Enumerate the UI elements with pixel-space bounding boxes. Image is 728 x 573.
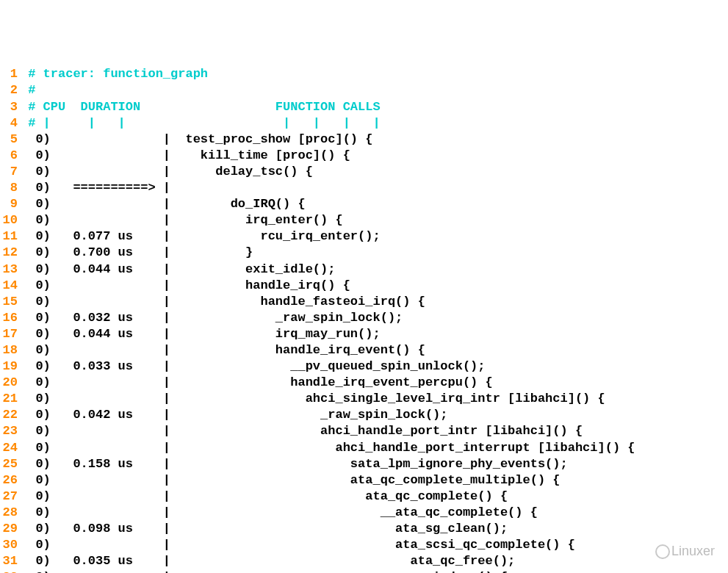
trace-line: 27 0) | ata_qc_complete() { — [0, 489, 728, 505]
line-number: 2 — [0, 82, 21, 98]
line-number: 3 — [0, 99, 21, 115]
line-number: 1 — [0, 66, 21, 82]
line-content: 0) | scsi_done() { — [21, 569, 508, 573]
line-content: 0) | ahci_handle_port_interrupt [libahci… — [21, 440, 635, 456]
trace-line: 21 0) | ahci_single_level_irq_intr [liba… — [0, 391, 728, 407]
line-content: 0) | do_IRQ() { — [21, 196, 306, 212]
line-content: 0) 0.044 us | irq_may_run(); — [21, 326, 381, 342]
line-number: 25 — [0, 456, 21, 472]
line-content: 0) 0.098 us | ata_sg_clean(); — [21, 521, 508, 537]
line-content: 0) | ahci_single_level_irq_intr [libahci… — [21, 391, 605, 407]
trace-line: 28 0) | __ata_qc_complete() { — [0, 505, 728, 521]
trace-line: 23 0) | ahci_handle_port_intr [libahci](… — [0, 423, 728, 439]
watermark-text: Linuxer — [671, 544, 715, 558]
line-content: 0) | handle_fasteoi_irq() { — [21, 294, 425, 310]
line-number: 10 — [0, 212, 21, 228]
line-content: 0) 0.042 us | _raw_spin_lock(); — [21, 407, 448, 423]
line-content: # tracer: function_graph — [21, 66, 208, 82]
trace-line: 19 0) 0.033 us | __pv_queued_spin_unlock… — [0, 358, 728, 375]
watermark: Linuxer — [648, 525, 715, 560]
line-content: # CPU DURATION FUNCTION CALLS — [21, 99, 381, 115]
trace-line: 14 0) | handle_irq() { — [0, 278, 728, 294]
line-content: # | | | | | | | — [21, 115, 381, 131]
trace-line: 3 # CPU DURATION FUNCTION CALLS — [0, 99, 728, 115]
trace-line: 31 0) 0.035 us | ata_qc_free(); — [0, 553, 728, 569]
line-content: 0) | handle_irq() { — [21, 278, 350, 294]
line-content: 0) | __ata_qc_complete() { — [21, 505, 538, 521]
trace-line: 9 0) | do_IRQ() { — [0, 196, 728, 212]
line-number: 22 — [0, 407, 21, 423]
trace-line: 7 0) | delay_tsc() { — [0, 164, 728, 180]
trace-line: 24 0) | ahci_handle_port_interrupt [liba… — [0, 440, 728, 456]
line-number: 6 — [0, 148, 21, 164]
line-content: 0) | ata_scsi_qc_complete() { — [21, 537, 575, 553]
line-content: 0) 0.033 us | __pv_queued_spin_unlock(); — [21, 358, 486, 375]
line-content: 0) 0.077 us | rcu_irq_enter(); — [21, 228, 381, 245]
line-number: 26 — [0, 472, 21, 489]
line-content: 0) | ahci_handle_port_intr [libahci]() { — [21, 423, 583, 439]
line-number: 13 — [0, 262, 21, 278]
trace-line: 8 0) ==========> | — [0, 180, 728, 196]
line-number: 28 — [0, 505, 21, 521]
line-content: 0) | delay_tsc() { — [21, 164, 313, 180]
line-number: 17 — [0, 326, 21, 342]
trace-output: 1 # tracer: function_graph2 #3 # CPU DUR… — [0, 66, 728, 573]
line-number: 9 — [0, 196, 21, 212]
line-number: 18 — [0, 342, 21, 358]
trace-line: 25 0) 0.158 us | sata_lpm_ignore_phy_eve… — [0, 456, 728, 472]
trace-line: 22 0) 0.042 us | _raw_spin_lock(); — [0, 407, 728, 423]
trace-line: 4 # | | | | | | | — [0, 115, 728, 131]
trace-line: 10 0) | irq_enter() { — [0, 212, 728, 228]
trace-line: 30 0) | ata_scsi_qc_complete() { — [0, 537, 728, 553]
line-content: 0) 0.158 us | sata_lpm_ignore_phy_events… — [21, 456, 568, 472]
line-number: 15 — [0, 294, 21, 310]
line-number: 19 — [0, 358, 21, 375]
line-number: 4 — [0, 115, 21, 131]
line-number: 12 — [0, 245, 21, 261]
line-content: 0) 0.700 us | } — [21, 245, 253, 261]
line-content: 0) ==========> | — [21, 180, 170, 196]
line-content: 0) 0.032 us | _raw_spin_lock(); — [21, 310, 403, 326]
line-content: 0) | handle_irq_event_percpu() { — [21, 375, 493, 391]
line-number: 5 — [0, 131, 21, 148]
trace-line: 16 0) 0.032 us | _raw_spin_lock(); — [0, 310, 728, 326]
trace-line: 20 0) | handle_irq_event_percpu() { — [0, 375, 728, 391]
trace-line: 15 0) | handle_fasteoi_irq() { — [0, 294, 728, 310]
line-number: 11 — [0, 228, 21, 245]
line-number: 14 — [0, 278, 21, 294]
trace-line: 29 0) 0.098 us | ata_sg_clean(); — [0, 521, 728, 537]
line-content: 0) 0.044 us | exit_idle(); — [21, 262, 335, 278]
line-number: 29 — [0, 521, 21, 537]
line-number: 27 — [0, 489, 21, 505]
trace-line: 26 0) | ata_qc_complete_multiple() { — [0, 472, 728, 489]
trace-line: 1 # tracer: function_graph — [0, 66, 728, 82]
line-number: 7 — [0, 164, 21, 180]
line-number: 16 — [0, 310, 21, 326]
line-content: 0) | handle_irq_event() { — [21, 342, 425, 358]
line-number: 21 — [0, 391, 21, 407]
line-number: 23 — [0, 423, 21, 439]
line-content: 0) | test_proc_show [proc]() { — [21, 131, 372, 148]
trace-line: 2 # — [0, 82, 728, 98]
line-content: 0) | ata_qc_complete_multiple() { — [21, 472, 561, 489]
trace-line: 17 0) 0.044 us | irq_may_run(); — [0, 326, 728, 342]
watermark-icon — [655, 544, 670, 559]
line-number: 31 — [0, 553, 21, 569]
line-number: 24 — [0, 440, 21, 456]
trace-line: 32 0) | scsi_done() { — [0, 569, 728, 573]
trace-line: 18 0) | handle_irq_event() { — [0, 342, 728, 358]
line-number: 32 — [0, 569, 21, 573]
line-number: 8 — [0, 180, 21, 196]
line-content: 0) | irq_enter() { — [21, 212, 343, 228]
line-content: 0) | ata_qc_complete() { — [21, 489, 508, 505]
line-content: 0) | kill_time [proc]() { — [21, 148, 350, 164]
trace-line: 11 0) 0.077 us | rcu_irq_enter(); — [0, 228, 728, 245]
trace-line: 6 0) | kill_time [proc]() { — [0, 148, 728, 164]
trace-line: 12 0) 0.700 us | } — [0, 245, 728, 261]
line-content: 0) 0.035 us | ata_qc_free(); — [21, 553, 515, 569]
line-content: # — [21, 82, 35, 98]
line-number: 20 — [0, 375, 21, 391]
trace-line: 5 0) | test_proc_show [proc]() { — [0, 131, 728, 148]
trace-line: 13 0) 0.044 us | exit_idle(); — [0, 262, 728, 278]
line-number: 30 — [0, 537, 21, 553]
